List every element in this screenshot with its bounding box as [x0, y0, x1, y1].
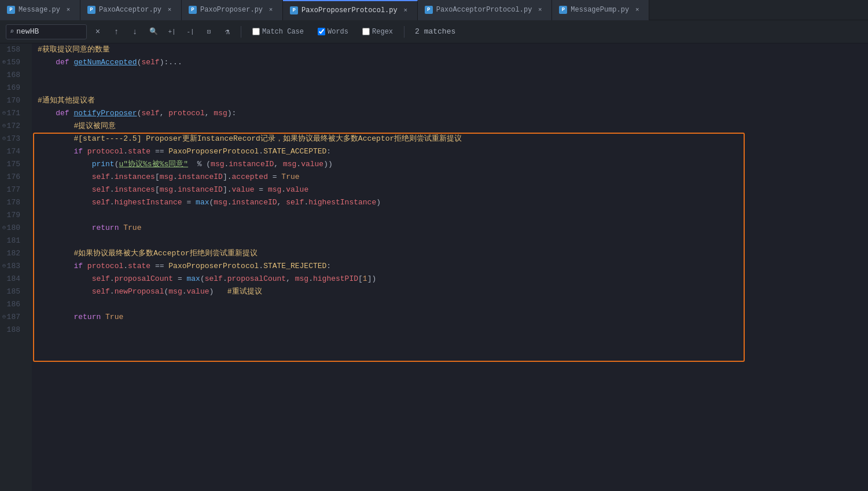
- tab-close-paxoacceptorprotocol[interactable]: ×: [535, 5, 545, 14]
- line-num-174: 174: [0, 145, 26, 158]
- code-line-178: self . highestInstance = max ( msg . ins…: [38, 196, 868, 209]
- code-line-183: if protocol . state == PaxoProposerProto…: [38, 260, 868, 273]
- tab-icon-paxoacceptor: P: [87, 6, 95, 14]
- search-input[interactable]: [16, 27, 68, 36]
- tab-label-paxoproposer: PaxoProposer.py: [200, 6, 263, 14]
- code-line-172: #提议被同意: [38, 120, 868, 133]
- code-line-171: def notifyProposer ( self , protocol , m…: [38, 107, 868, 120]
- match-case-checkbox[interactable]: [252, 28, 260, 35]
- match-case-option[interactable]: Match Case: [247, 24, 309, 39]
- separator-2: [404, 26, 404, 38]
- code-line-158: #获取提议同意的数量: [38, 43, 868, 56]
- tab-label-messagepump: MessagePump.py: [571, 6, 629, 14]
- code-line-182: #如果协议最终被大多数Acceptor拒绝则尝试重新提议: [38, 247, 868, 260]
- tab-icon-paxoacceptorprotocol: P: [425, 6, 433, 14]
- line-num-173: ⊖ 173: [0, 133, 26, 145]
- tab-icon-paxoproposer: P: [189, 6, 197, 14]
- code-line-181: [38, 234, 868, 247]
- tab-paxoacceptor[interactable]: P PaxoAcceptor.py ×: [80, 0, 182, 20]
- fold-arrow-159[interactable]: ⊕: [2, 56, 6, 69]
- line-numbers: 158 ⊕ 159 168 169 170 ⊖ 171 ⊖ 172 ⊖ 173 …: [0, 43, 32, 491]
- match-case-label: Match Case: [262, 28, 304, 36]
- code-content: #获取提议同意的数量 def getNumAccepted ( self ):.…: [32, 43, 868, 491]
- line-num-178: 178: [0, 196, 26, 209]
- code-line-180: return True: [38, 222, 868, 234]
- tab-paxoproposerprotocol[interactable]: P PaxoProposerProtocol.py ×: [283, 0, 418, 20]
- regex-label: Regex: [372, 28, 393, 36]
- line-num-179: 179: [0, 209, 26, 222]
- remove-cursor-button[interactable]: -|: [183, 24, 198, 39]
- search-bar: ⌕ × ↑ ↓ 🔍 +| -| ⊡ ⚗ Match Case Words Reg…: [0, 20, 868, 43]
- filter-button[interactable]: ⚗: [220, 24, 235, 39]
- tab-label-paxoacceptor: PaxoAcceptor.py: [99, 6, 161, 14]
- line-num-158: 158: [0, 43, 26, 56]
- tab-icon-message: P: [7, 6, 15, 14]
- code-line-169: [38, 82, 868, 94]
- tab-icon-paxoproposerprotocol: P: [290, 6, 298, 14]
- line-num-182: 182: [0, 247, 26, 260]
- nav-down-button[interactable]: ↓: [127, 24, 142, 39]
- search-icon: ⌕: [10, 27, 14, 36]
- line-num-171: ⊖ 171: [0, 107, 26, 120]
- tab-paxoacceptorprotocol[interactable]: P PaxoAcceptorProtocol.py ×: [418, 0, 553, 20]
- code-area: 158 ⊕ 159 168 169 170 ⊖ 171 ⊖ 172 ⊖ 173 …: [0, 43, 868, 491]
- line-num-185: 185: [0, 285, 26, 298]
- line-num-168: 168: [0, 69, 26, 82]
- line-num-175: 175: [0, 158, 26, 171]
- line-num-169: 169: [0, 82, 26, 94]
- code-line-176: self . instances [ msg . instanceID ]. a…: [38, 171, 868, 184]
- fold-arrow-173[interactable]: ⊖: [2, 133, 6, 145]
- line-num-177: 177: [0, 184, 26, 196]
- regex-checkbox[interactable]: [362, 28, 370, 35]
- code-line-179: [38, 209, 868, 222]
- line-num-186: 186: [0, 298, 26, 311]
- line-num-159: ⊕ 159: [0, 56, 26, 69]
- zoom-button[interactable]: 🔍: [146, 24, 161, 39]
- line-num-172: ⊖ 172: [0, 120, 26, 133]
- code-line-174: if protocol . state == PaxoProposerProto…: [38, 145, 868, 158]
- tab-close-message[interactable]: ×: [64, 5, 73, 14]
- line-num-188: 188: [0, 324, 26, 336]
- code-line-186: [38, 298, 868, 311]
- tab-close-paxoacceptor[interactable]: ×: [165, 5, 174, 14]
- code-line-159: def getNumAccepted ( self ):...: [38, 56, 868, 69]
- line-num-187: ⊖ 187: [0, 311, 26, 324]
- code-line-168: [38, 69, 868, 82]
- tab-label-message: Message.py: [19, 6, 60, 14]
- fold-arrow-171[interactable]: ⊖: [2, 107, 6, 120]
- matches-count: 2 matches: [415, 27, 455, 36]
- tab-close-paxoproposer[interactable]: ×: [266, 5, 275, 14]
- fold-arrow-183[interactable]: ⊖: [2, 260, 6, 273]
- line-num-180: ⊖ 180: [0, 222, 26, 234]
- tab-paxoproposer[interactable]: P PaxoProposer.py ×: [182, 0, 283, 20]
- separator-1: [241, 26, 241, 38]
- line-num-176: 176: [0, 171, 26, 184]
- code-line-177: self . instances [ msg . instanceID ]. v…: [38, 184, 868, 196]
- line-num-183: ⊖ 183: [0, 260, 26, 273]
- tab-icon-messagepump: P: [559, 6, 567, 14]
- tab-close-messagepump[interactable]: ×: [632, 5, 642, 14]
- words-checkbox[interactable]: [318, 28, 325, 35]
- add-cursor-button[interactable]: +|: [164, 24, 179, 39]
- fold-arrow-187[interactable]: ⊖: [2, 311, 6, 324]
- code-line-175: print ( u"协议%s被%s同意" % ( msg . instanceI…: [38, 158, 868, 171]
- code-line-185: self . newProposal ( msg . value ) #重试提议: [38, 285, 868, 298]
- words-label: Words: [328, 28, 348, 36]
- regex-option[interactable]: Regex: [357, 24, 398, 39]
- code-line-187: return True: [38, 311, 868, 324]
- nav-up-button[interactable]: ↑: [109, 24, 124, 39]
- tab-message[interactable]: P Message.py ×: [0, 0, 80, 20]
- code-line-173: #[start----2.5] Proposer更新InstanceRecord…: [38, 133, 868, 145]
- clear-search-button[interactable]: ×: [90, 24, 105, 39]
- code-line-188: [38, 324, 868, 336]
- copy-lines-button[interactable]: ⊡: [201, 24, 216, 39]
- fold-arrow-172[interactable]: ⊖: [2, 120, 6, 133]
- words-option[interactable]: Words: [312, 24, 354, 39]
- code-line-170: #通知其他提议者: [38, 94, 868, 107]
- tab-messagepump[interactable]: P MessagePump.py ×: [552, 0, 649, 20]
- tab-bar: P Message.py × P PaxoAcceptor.py × P Pax…: [0, 0, 868, 20]
- fold-arrow-180[interactable]: ⊖: [2, 222, 6, 234]
- line-num-184: 184: [0, 273, 26, 285]
- line-num-170: 170: [0, 94, 26, 107]
- tab-close-paxoproposerprotocol[interactable]: ×: [401, 6, 410, 15]
